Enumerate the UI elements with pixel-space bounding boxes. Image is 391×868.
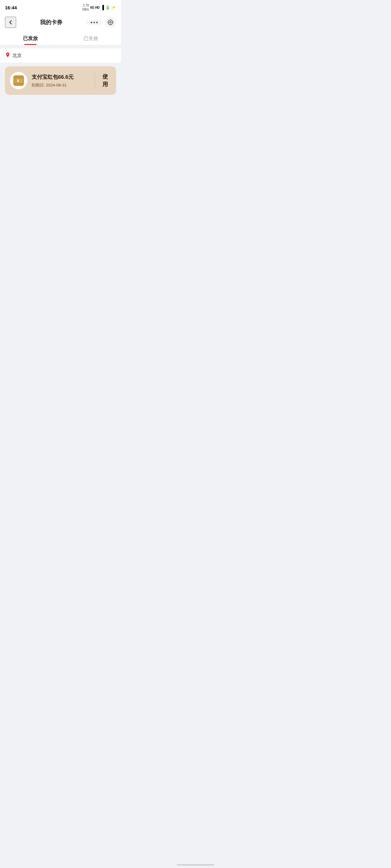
more-button[interactable] bbox=[86, 20, 103, 25]
location-bar[interactable]: 北京 bbox=[0, 49, 121, 63]
tab-issued[interactable]: 已发放 bbox=[0, 31, 60, 45]
tab-expired[interactable]: 已失效 bbox=[60, 31, 121, 45]
dot2 bbox=[93, 22, 95, 23]
coupon-expiry: 到期日: 2024-08-31 bbox=[32, 83, 90, 88]
status-time: 16:44 bbox=[5, 5, 17, 10]
nav-actions bbox=[86, 17, 116, 28]
coupon-use-button[interactable]: 使用 bbox=[99, 73, 111, 88]
dot3 bbox=[96, 22, 98, 23]
scan-button[interactable] bbox=[105, 17, 116, 28]
empty-content-area bbox=[5, 95, 116, 219]
network-speed: 2.70 KB/s bbox=[82, 3, 89, 11]
tabs: 已发放 已失效 bbox=[0, 31, 121, 45]
location-city: 北京 bbox=[12, 53, 22, 59]
coupon-card: ¥ 支付宝红包66.6元 到期日: 2024-08-31 使用 bbox=[5, 66, 116, 95]
page-title: 我的卡券 bbox=[40, 19, 62, 26]
coupon-icon: ¥ bbox=[13, 75, 24, 86]
status-right: 2.70 KB/s 5G HD ▐ 🔋 ⚡ bbox=[82, 3, 116, 11]
svg-text:¥: ¥ bbox=[17, 79, 19, 83]
coupon-title: 支付宝红包66.6元 bbox=[32, 73, 90, 81]
svg-point-1 bbox=[108, 20, 113, 25]
signal-icon: ▐ bbox=[101, 5, 104, 10]
charging-icon: ⚡ bbox=[111, 5, 116, 10]
status-bar: 16:44 2.70 KB/s 5G HD ▐ 🔋 ⚡ bbox=[0, 0, 121, 13]
back-button[interactable] bbox=[5, 17, 16, 28]
svg-rect-9 bbox=[21, 79, 22, 83]
location-icon bbox=[5, 52, 10, 59]
coupon-icon-wrapper: ¥ bbox=[10, 72, 27, 89]
content-area: ¥ 支付宝红包66.6元 到期日: 2024-08-31 使用 bbox=[0, 63, 121, 223]
battery-icon: 🔋 bbox=[105, 5, 110, 10]
coupon-info: 支付宝红包66.6元 到期日: 2024-08-31 bbox=[32, 73, 90, 88]
network-type: 5G HD bbox=[90, 6, 100, 9]
nav-bar: 我的卡券 bbox=[0, 13, 121, 31]
dot1 bbox=[91, 22, 92, 23]
svg-point-0 bbox=[110, 22, 111, 23]
